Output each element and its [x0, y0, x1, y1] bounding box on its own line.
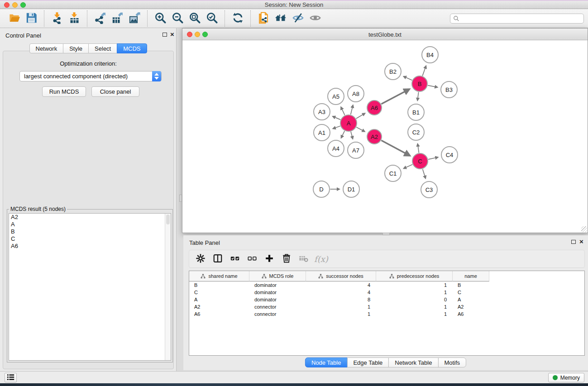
graph-node-A4[interactable]: A4 — [328, 140, 344, 157]
table-row[interactable]: Adominator80A — [189, 296, 584, 303]
graph-edge-A-A6[interactable] — [356, 113, 365, 119]
column-header-predecessor-nodes[interactable]: predecessor nodes — [376, 271, 453, 281]
graph-edge-A-A5[interactable] — [341, 107, 344, 115]
export-table-button[interactable] — [110, 11, 124, 26]
tab-select[interactable]: Select — [88, 43, 117, 53]
splitter-handle-vertical[interactable] — [179, 195, 182, 202]
column-header-mcds-role[interactable]: MCDS role — [249, 271, 306, 281]
graph-node-C3[interactable]: C3 — [421, 181, 437, 198]
close-table-panel-icon[interactable]: × — [579, 238, 583, 246]
result-list-item[interactable]: A — [9, 221, 171, 228]
tab-style[interactable]: Style — [63, 43, 89, 53]
graph-edge-C-C4[interactable] — [428, 157, 438, 159]
graph-node-A1[interactable]: A1 — [314, 124, 330, 141]
tab-network[interactable]: Network — [29, 43, 63, 53]
column-header-shared-name[interactable]: shared name — [189, 271, 249, 281]
result-list-item[interactable]: C — [9, 235, 171, 243]
graph-node-A2[interactable]: A2 — [367, 129, 382, 144]
graph-node-A6[interactable]: A6 — [367, 100, 382, 115]
graph-edge-B-B2[interactable] — [404, 76, 412, 80]
graph-node-A5[interactable]: A5 — [328, 88, 344, 105]
result-list-item[interactable]: A6 — [9, 243, 171, 250]
column-layout-button[interactable] — [211, 252, 225, 266]
graph-node-C1[interactable]: C1 — [385, 165, 401, 181]
table-settings-button[interactable] — [194, 252, 207, 266]
graph-node-A7[interactable]: A7 — [348, 142, 364, 158]
criterion-select[interactable]: largest connected component (directed) — [19, 71, 162, 81]
table-row[interactable]: A6connector11A6 — [189, 310, 584, 318]
graph-node-B1[interactable]: B1 — [408, 104, 424, 120]
table-tab-node-table[interactable]: Node Table — [305, 357, 348, 367]
graph-edge-A-A3[interactable] — [333, 116, 340, 119]
hide-graphics-details-button[interactable] — [291, 11, 305, 26]
network-overview-button[interactable] — [273, 11, 288, 26]
graph-edge-B-B1[interactable] — [417, 92, 418, 100]
graph-edge-C-C1[interactable] — [404, 165, 412, 169]
tab-mcds[interactable]: MCDS — [117, 43, 147, 53]
delete-columns-button[interactable] — [280, 252, 293, 266]
network-canvas[interactable]: B4B2BB3A8A5A6A3B1AA1C2A2A4A7C4CC1C3DD1 — [182, 40, 588, 233]
graph-node-B[interactable]: B — [412, 76, 427, 91]
table-row[interactable]: Bdominator41B — [189, 281, 584, 289]
graph-node-B3[interactable]: B3 — [441, 81, 457, 98]
graph-edge-B-B4[interactable] — [422, 66, 426, 76]
graph-edge-C-C2[interactable] — [418, 144, 419, 153]
zoom-fit-button[interactable] — [187, 11, 202, 26]
result-list-item[interactable]: A2 — [9, 214, 171, 221]
select-all-rows-button[interactable] — [228, 252, 242, 266]
window-resize-grip[interactable] — [581, 226, 587, 232]
search-input[interactable] — [450, 14, 584, 24]
run-mcds-button[interactable]: Run MCDS — [42, 86, 86, 97]
graph-edge-A-A8[interactable] — [351, 105, 353, 114]
graph-edge-B-B3[interactable] — [428, 86, 437, 87]
graph-node-B2[interactable]: B2 — [385, 63, 401, 80]
column-header-name[interactable]: name — [453, 271, 489, 281]
graph-node-C4[interactable]: C4 — [441, 147, 458, 163]
zoom-in-button[interactable] — [153, 11, 167, 26]
graph-node-C2[interactable]: C2 — [408, 124, 424, 140]
close-panel-icon[interactable]: × — [170, 30, 174, 38]
table-row[interactable]: Cdominator41C — [189, 289, 584, 296]
close-panel-button[interactable]: Close panel — [91, 86, 139, 97]
add-column-button[interactable] — [263, 252, 276, 266]
import-table-button[interactable] — [67, 11, 81, 26]
table-row[interactable]: A2connector11A2 — [189, 303, 584, 310]
save-session-button[interactable] — [24, 11, 38, 26]
panel-list-button[interactable] — [5, 373, 17, 382]
apply-function-button[interactable]: f(x) — [314, 252, 328, 266]
graph-edge-C-C3[interactable] — [423, 169, 426, 179]
network-window-titlebar[interactable]: testGlobe.txt — [182, 29, 588, 40]
refresh-button[interactable] — [230, 11, 245, 26]
open-file-button[interactable] — [7, 11, 21, 26]
graph-edge-A-A1[interactable] — [333, 126, 340, 129]
graph-edge-A6-B[interactable] — [381, 89, 409, 104]
graph-node-A[interactable]: A — [340, 115, 357, 131]
graph-edge-A-A4[interactable] — [341, 131, 345, 138]
export-network-button[interactable] — [93, 11, 107, 26]
memory-button[interactable]: Memory — [548, 373, 584, 382]
result-list-item[interactable]: B — [9, 228, 171, 235]
table-tab-network-table[interactable]: Network Table — [388, 357, 438, 367]
table-tab-edge-table[interactable]: Edge Table — [347, 357, 389, 367]
graph-node-C[interactable]: C — [412, 153, 428, 169]
table-tab-motifs[interactable]: Motifs — [438, 357, 466, 367]
delete-table-button[interactable] — [297, 252, 311, 266]
zoom-selected-button[interactable] — [205, 11, 219, 26]
deselect-all-rows-button[interactable] — [245, 252, 259, 266]
float-table-panel-icon[interactable] — [571, 240, 576, 244]
result-list-scrollbar[interactable] — [165, 214, 171, 360]
export-image-button[interactable] — [127, 11, 142, 26]
graph-node-B4[interactable]: B4 — [422, 47, 438, 63]
graph-node-D[interactable]: D — [313, 181, 330, 197]
graph-edge-A-A7[interactable] — [351, 132, 353, 139]
float-panel-icon[interactable] — [163, 33, 167, 37]
graph-node-A3[interactable]: A3 — [314, 104, 330, 120]
new-network-from-file-button[interactable] — [256, 11, 271, 26]
zoom-out-button[interactable] — [170, 11, 185, 26]
column-header-successor-nodes[interactable]: successor nodes — [306, 271, 376, 281]
graph-edge-A2-C[interactable] — [381, 140, 410, 155]
graph-edge-A-A2[interactable] — [356, 127, 365, 132]
graph-node-A8[interactable]: A8 — [348, 86, 364, 102]
show-graphics-details-button[interactable] — [308, 11, 322, 26]
graph-node-D1[interactable]: D1 — [343, 181, 359, 197]
